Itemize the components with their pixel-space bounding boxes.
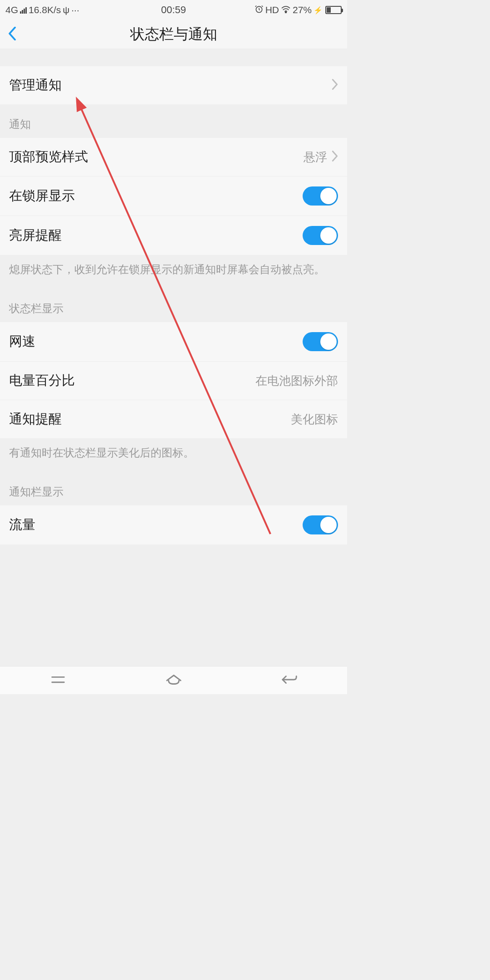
back-button[interactable] [0, 27, 24, 42]
hd-indicator: HD [265, 5, 279, 15]
manage-notifications-row[interactable]: 管理通知 [0, 66, 347, 104]
section-panel: 通知栏显示 [0, 472, 347, 505]
back-nav-button[interactable] [281, 671, 298, 690]
row-label: 电量百分比 [9, 372, 75, 390]
row-label: 亮屏提醒 [9, 226, 62, 245]
row-value: 美化图标 [291, 412, 338, 427]
header: 状态栏与通知 [0, 20, 347, 49]
alarm-icon [255, 5, 264, 16]
row-label: 流量 [9, 516, 35, 534]
lock-screen-row: 在锁屏显示 [0, 176, 347, 216]
wifi-icon [281, 5, 291, 15]
more-icon: ··· [71, 5, 79, 15]
usb-icon: ψ [63, 5, 69, 15]
section-notifications: 通知 [0, 104, 347, 138]
reminder-footer: 有通知时在状态栏显示美化后的图标。 [0, 438, 347, 472]
chevron-right-icon [332, 150, 338, 165]
preview-style-row[interactable]: 顶部预览样式 悬浮 [0, 138, 347, 176]
network-speed: 16.8K/s [29, 5, 61, 15]
data-usage-row: 流量 [0, 505, 347, 544]
wake-screen-toggle[interactable] [303, 226, 338, 245]
signal-icon [20, 6, 27, 14]
row-label: 网速 [9, 333, 35, 351]
page-title: 状态栏与通知 [130, 24, 217, 44]
row-value: 在电池图标外部 [255, 373, 338, 389]
svg-point-1 [285, 12, 287, 13]
net-speed-row: 网速 [0, 322, 347, 361]
status-bar: 4G 16.8K/s ψ ··· 00:59 HD 27% ⚡ [0, 0, 347, 20]
wake-screen-row: 亮屏提醒 [0, 216, 347, 255]
row-label: 在锁屏显示 [9, 187, 75, 205]
data-usage-toggle[interactable] [303, 515, 338, 534]
battery-percent: 27% [293, 5, 312, 15]
charging-icon: ⚡ [314, 6, 323, 15]
notify-reminder-row[interactable]: 通知提醒 美化图标 [0, 400, 347, 438]
row-label: 管理通知 [9, 76, 62, 94]
battery-percent-row[interactable]: 电量百分比 在电池图标外部 [0, 361, 347, 400]
section-statusbar: 状态栏显示 [0, 289, 347, 322]
wake-screen-footer: 熄屏状态下，收到允许在锁屏显示的新通知时屏幕会自动被点亮。 [0, 255, 347, 289]
row-label: 顶部预览样式 [9, 148, 88, 166]
net-speed-toggle[interactable] [303, 332, 338, 351]
row-label: 通知提醒 [9, 410, 62, 428]
recents-button[interactable] [49, 671, 67, 690]
battery-icon [325, 6, 342, 14]
chevron-right-icon [332, 78, 338, 93]
row-value: 悬浮 [304, 149, 327, 165]
lock-screen-toggle[interactable] [303, 186, 338, 206]
clock: 00:59 [161, 4, 186, 16]
network-type: 4G [5, 5, 18, 15]
system-nav-bar [0, 666, 347, 694]
home-button[interactable] [165, 671, 182, 690]
